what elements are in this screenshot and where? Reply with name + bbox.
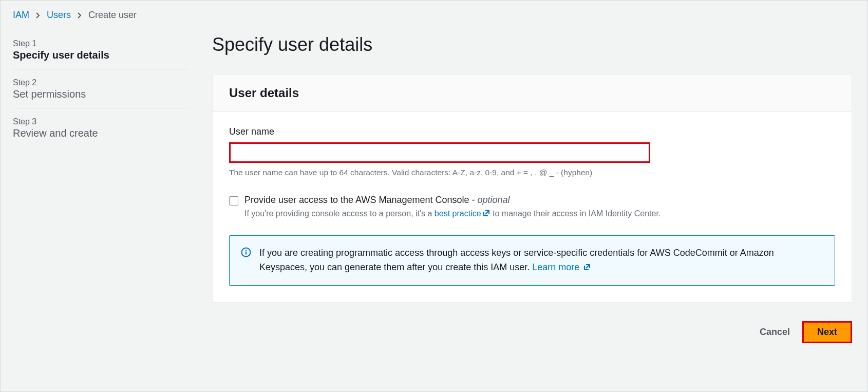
wizard-step-3[interactable]: Step 3 Review and create bbox=[13, 109, 187, 147]
breadcrumb: IAM Users Create user bbox=[13, 10, 852, 21]
layout: Step 1 Specify user details Step 2 Set p… bbox=[13, 31, 852, 343]
step-label: Step 2 bbox=[13, 78, 187, 87]
wizard-step-2[interactable]: Step 2 Set permissions bbox=[13, 70, 187, 109]
step-label: Step 3 bbox=[13, 117, 187, 126]
panel-body: User name The user name can have up to 6… bbox=[213, 112, 852, 302]
step-title: Set permissions bbox=[13, 88, 187, 100]
chevron-right-icon bbox=[35, 12, 41, 19]
page-container: IAM Users Create user Step 1 Specify use… bbox=[0, 0, 868, 392]
main-content: Specify user details User details User n… bbox=[212, 31, 852, 343]
cancel-button[interactable]: Cancel bbox=[757, 323, 793, 342]
breadcrumb-users[interactable]: Users bbox=[47, 10, 71, 21]
breadcrumb-current: Create user bbox=[88, 10, 137, 21]
page-title: Specify user details bbox=[212, 34, 852, 55]
console-access-row: Provide user access to the AWS Managemen… bbox=[229, 195, 835, 220]
step-title: Specify user details bbox=[13, 49, 187, 61]
info-icon bbox=[241, 247, 251, 259]
console-access-content: Provide user access to the AWS Managemen… bbox=[244, 195, 661, 220]
info-box: If you are creating programmatic access … bbox=[229, 235, 835, 286]
console-access-checkbox[interactable] bbox=[229, 196, 238, 206]
info-text: If you are creating programmatic access … bbox=[259, 246, 823, 275]
best-practice-link[interactable]: best practice bbox=[435, 209, 490, 218]
learn-more-link[interactable]: Learn more bbox=[532, 262, 591, 272]
user-details-panel: User details User name The user name can… bbox=[212, 74, 852, 303]
panel-header: User details bbox=[213, 74, 852, 112]
svg-rect-2 bbox=[246, 252, 247, 255]
wizard-step-1[interactable]: Step 1 Specify user details bbox=[13, 31, 187, 70]
panel-heading: User details bbox=[229, 86, 835, 100]
next-button[interactable]: Next bbox=[802, 321, 852, 343]
breadcrumb-iam[interactable]: IAM bbox=[13, 10, 29, 21]
username-label: User name bbox=[229, 126, 835, 137]
step-label: Step 1 bbox=[13, 39, 187, 48]
username-input[interactable] bbox=[229, 142, 650, 163]
console-access-label: Provide user access to the AWS Managemen… bbox=[244, 195, 661, 206]
console-access-desc: If you're providing console access to a … bbox=[244, 208, 661, 220]
svg-point-1 bbox=[246, 250, 247, 251]
chevron-right-icon bbox=[77, 12, 82, 19]
external-link-icon bbox=[482, 209, 490, 217]
wizard-steps: Step 1 Specify user details Step 2 Set p… bbox=[13, 31, 187, 343]
step-title: Review and create bbox=[13, 127, 187, 139]
username-hint: The user name can have up to 64 characte… bbox=[229, 168, 835, 177]
wizard-actions: Cancel Next bbox=[212, 321, 852, 343]
external-link-icon bbox=[583, 263, 591, 271]
